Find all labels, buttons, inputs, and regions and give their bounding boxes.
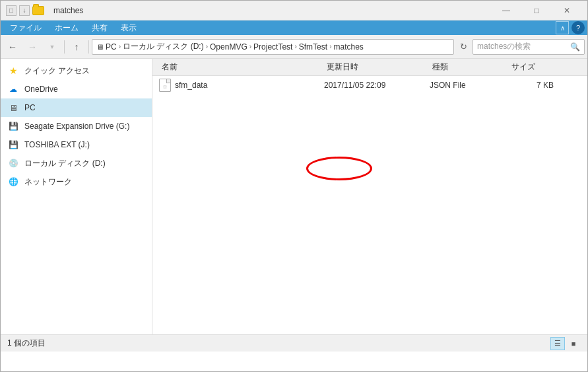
sidebar-item-network[interactable]: 🌐 ネットワーク bbox=[1, 172, 152, 191]
recent-locations-button[interactable]: ▼ bbox=[43, 38, 61, 56]
file-name-cell: { } sfm_data bbox=[159, 79, 324, 92]
title-icon-2[interactable]: ↓ bbox=[19, 5, 30, 16]
search-placeholder: matchesの検索 bbox=[477, 41, 570, 52]
path-segment-matches: matches bbox=[333, 42, 363, 52]
menu-bar: ファイル ホーム 共有 表示 ∧ ? bbox=[1, 20, 587, 35]
path-segment-projecttest: ProjectTest bbox=[253, 42, 292, 52]
view-toggles: ☰ ■ bbox=[550, 337, 581, 350]
file-name: sfm_data bbox=[175, 81, 207, 90]
sidebar-label-onedrive: OneDrive bbox=[24, 85, 58, 94]
details-view-button[interactable]: ☰ bbox=[550, 337, 565, 350]
file-type-cell: JSON File bbox=[430, 81, 509, 90]
path-segment-disk: ローカル ディスク (D:) bbox=[123, 41, 204, 52]
toshiba-icon: 💾 bbox=[7, 139, 19, 151]
minimize-button[interactable]: — bbox=[491, 1, 521, 20]
menu-share[interactable]: 共有 bbox=[85, 21, 114, 35]
menu-view[interactable]: 表示 bbox=[114, 21, 143, 35]
sidebar-item-pc[interactable]: 🖥 PC bbox=[1, 98, 152, 117]
pc-icon: 🖥 bbox=[7, 102, 19, 114]
sidebar-label-toshiba: TOSHIBA EXT (J:) bbox=[24, 140, 90, 149]
back-button[interactable]: ← bbox=[3, 38, 22, 56]
sidebar-item-onedrive[interactable]: ☁ OneDrive bbox=[1, 80, 152, 98]
file-date-cell: 2017/11/05 22:09 bbox=[324, 81, 430, 90]
window-title: matches bbox=[53, 6, 491, 15]
title-folder-icon bbox=[32, 6, 44, 15]
highlight-circle bbox=[306, 157, 372, 180]
file-row-sfm-data[interactable]: { } sfm_data 2017/11/05 22:09 JSON File … bbox=[152, 76, 587, 94]
search-box[interactable]: matchesの検索 🔍 bbox=[473, 39, 585, 55]
network-icon: 🌐 bbox=[7, 176, 19, 188]
col-header-type[interactable]: 種類 bbox=[430, 61, 509, 73]
path-segment-openmvg: OpenMVG bbox=[210, 42, 247, 52]
maximize-button[interactable]: □ bbox=[521, 1, 552, 20]
ribbon-collapse-button[interactable]: ∧ bbox=[556, 21, 569, 34]
sidebar-item-local-disk[interactable]: 💿 ローカル ディスク (D:) bbox=[1, 154, 152, 172]
toolbar-separator-1 bbox=[64, 40, 65, 54]
item-count: 1 個の項目 bbox=[7, 338, 46, 349]
sidebar-label-quick-access: クイック アクセス bbox=[24, 65, 90, 77]
close-button[interactable]: ✕ bbox=[552, 1, 582, 20]
path-segment-pc: 🖥PC bbox=[96, 42, 117, 52]
sidebar-item-seagate[interactable]: 💾 Seagate Expansion Drive (G:) bbox=[1, 117, 152, 135]
menu-home[interactable]: ホーム bbox=[48, 21, 85, 35]
col-header-size[interactable]: サイズ bbox=[509, 61, 562, 73]
address-path[interactable]: 🖥PC › ローカル ディスク (D:) › OpenMVG › Project… bbox=[92, 39, 454, 55]
toolbar-separator-2 bbox=[88, 40, 89, 54]
large-icons-view-button[interactable]: ■ bbox=[566, 337, 581, 350]
main-layout: ★ クイック アクセス ☁ OneDrive 🖥 PC 💾 Seagate Ex… bbox=[1, 59, 587, 334]
sidebar-label-seagate: Seagate Expansion Drive (G:) bbox=[24, 122, 129, 131]
sidebar-item-quick-access[interactable]: ★ クイック アクセス bbox=[1, 61, 152, 80]
sidebar-label-network: ネットワーク bbox=[24, 176, 72, 188]
quick-access-icon: ★ bbox=[7, 65, 19, 77]
sidebar-label-local-disk: ローカル ディスク (D:) bbox=[24, 158, 106, 169]
file-size-cell: 7 KB bbox=[509, 81, 562, 90]
json-file-icon: { } bbox=[159, 79, 171, 92]
status-bar: 1 個の項目 ☰ ■ bbox=[1, 334, 587, 352]
path-segment-sfmtest: SfmTest bbox=[299, 42, 327, 52]
col-header-name[interactable]: 名前 bbox=[159, 61, 324, 73]
col-header-date[interactable]: 更新日時 bbox=[324, 61, 430, 73]
content-area: 名前 更新日時 種類 サイズ { } sfm_data 2017/11/05 2… bbox=[152, 59, 587, 334]
sidebar: ★ クイック アクセス ☁ OneDrive 🖥 PC 💾 Seagate Ex… bbox=[1, 59, 152, 334]
refresh-button[interactable]: ↻ bbox=[455, 39, 471, 55]
sidebar-label-pc: PC bbox=[24, 103, 36, 112]
local-disk-icon: 💿 bbox=[7, 157, 19, 169]
search-icon: 🔍 bbox=[570, 42, 580, 52]
up-button[interactable]: ↑ bbox=[67, 38, 86, 56]
window-controls: — □ ✕ bbox=[491, 1, 582, 20]
seagate-icon: 💾 bbox=[7, 120, 19, 132]
help-button[interactable]: ? bbox=[572, 21, 585, 34]
sidebar-item-toshiba[interactable]: 💾 TOSHIBA EXT (J:) bbox=[1, 135, 152, 154]
toolbar: ← → ▼ ↑ 🖥PC › ローカル ディスク (D:) › OpenMVG ›… bbox=[1, 35, 587, 59]
menu-file[interactable]: ファイル bbox=[3, 21, 48, 35]
title-bar: □ ↓ matches — □ ✕ bbox=[1, 1, 587, 20]
content-wrapper: 名前 更新日時 種類 サイズ { } sfm_data 2017/11/05 2… bbox=[152, 59, 587, 94]
title-icon-1[interactable]: □ bbox=[6, 5, 16, 16]
title-bar-icons: □ ↓ bbox=[6, 5, 48, 16]
onedrive-icon: ☁ bbox=[7, 83, 19, 95]
forward-button[interactable]: → bbox=[23, 38, 42, 56]
column-headers: 名前 更新日時 種類 サイズ bbox=[152, 59, 587, 76]
